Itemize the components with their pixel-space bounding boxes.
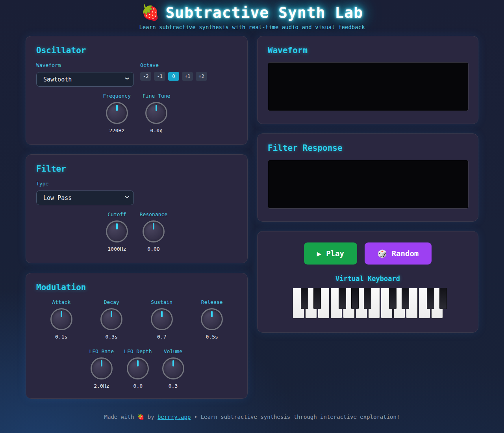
- play-button[interactable]: ▶ Play: [304, 242, 357, 265]
- black-key-Ds4[interactable]: [313, 288, 321, 309]
- waveform-panel-title: Waveform: [268, 46, 468, 55]
- decay-knob[interactable]: [100, 308, 122, 330]
- octave-button-minus2[interactable]: -2: [140, 72, 151, 81]
- knob-indicator: [111, 311, 112, 317]
- filter-title: Filter: [36, 164, 237, 174]
- cutoff-knob[interactable]: [106, 220, 128, 242]
- filter-knob-row: Cutoff 1000Hz Resonance 0.0Q: [36, 211, 237, 252]
- play-button-label: Play: [326, 249, 344, 258]
- frequency-value: 220Hz: [109, 128, 124, 133]
- frequency-knob[interactable]: [106, 102, 128, 124]
- knob-indicator: [137, 360, 139, 366]
- lfo-rate-label: LFO Rate: [89, 348, 114, 354]
- oscillator-title: Oscillator: [36, 46, 237, 55]
- app-header: 🍓Subtractive Synth Lab Learn subtractive…: [0, 0, 504, 30]
- filter-response-title: Filter Response: [268, 143, 468, 153]
- black-key-Gs4[interactable]: [351, 288, 359, 309]
- filter-response-panel: Filter Response: [257, 133, 478, 222]
- filter-spacer: [140, 181, 237, 205]
- strawberry-icon: 🍓: [137, 414, 144, 420]
- volume-value: 0.3: [169, 383, 178, 389]
- knob-indicator: [156, 105, 157, 111]
- knob-indicator: [61, 311, 62, 317]
- volume-label: Volume: [164, 348, 182, 354]
- action-button-row: ▶ Play 🎲 Random: [268, 242, 468, 265]
- right-column: Waveform Filter Response ▶ Play 🎲 Random…: [257, 36, 478, 333]
- octave-label: Octave: [140, 62, 237, 68]
- lfo-depth-knob[interactable]: [127, 357, 149, 379]
- cutoff-label: Cutoff: [107, 211, 126, 217]
- berrry-app-link[interactable]: berrry.app: [158, 414, 191, 420]
- fine-tune-value: 0.0¢: [150, 128, 163, 133]
- filter-type-group: Type Low Pass ❯: [36, 181, 134, 205]
- sustain-knob-unit: Sustain 0.7: [151, 299, 173, 340]
- page-title: 🍓Subtractive Synth Lab: [0, 4, 504, 21]
- resonance-knob-unit: Resonance 0.0Q: [140, 211, 167, 252]
- waveform-panel: Waveform: [257, 36, 478, 124]
- oscillator-controls-row: Waveform Sawtooth ❯ Octave -2 -1 0 +1: [36, 62, 237, 87]
- octave-button-minus1[interactable]: -1: [154, 72, 165, 81]
- volume-knob[interactable]: [162, 357, 184, 379]
- footer: Made with 🍓 by berrry.app • Learn subtra…: [0, 414, 504, 420]
- cutoff-value: 1000Hz: [107, 246, 126, 252]
- black-key-As4[interactable]: [364, 288, 371, 309]
- octave-group: Octave -2 -1 0 +1 +2: [140, 62, 237, 87]
- decay-label: Decay: [104, 299, 119, 305]
- frequency-knob-unit: Frequency 220Hz: [103, 93, 131, 133]
- footer-made-with: Made with: [104, 414, 134, 420]
- fine-tune-knob-unit: Fine Tune 0.0¢: [143, 93, 170, 133]
- knob-indicator: [153, 223, 154, 229]
- play-icon: ▶: [317, 249, 321, 258]
- sustain-value: 0.7: [157, 334, 166, 340]
- release-knob[interactable]: [201, 308, 223, 330]
- dice-icon: 🎲: [378, 249, 387, 258]
- black-key-Cs4[interactable]: [301, 288, 308, 309]
- knob-indicator: [161, 311, 163, 317]
- waveform-select[interactable]: Sawtooth: [36, 72, 134, 87]
- adsr-knob-row: Attack 0.1s Decay 0.3s Sustain 0.7 Relea…: [36, 299, 237, 340]
- fine-tune-label: Fine Tune: [143, 93, 170, 99]
- sustain-knob[interactable]: [151, 308, 173, 330]
- knob-indicator: [101, 360, 102, 366]
- attack-value: 0.1s: [55, 334, 67, 340]
- resonance-knob[interactable]: [143, 220, 165, 242]
- page-subtitle: Learn subtractive synthesis with real-ti…: [0, 24, 504, 30]
- controls-panel: ▶ Play 🎲 Random Virtual Keyboard: [257, 231, 478, 333]
- octave-button-zero[interactable]: 0: [168, 72, 179, 81]
- strawberry-icon: 🍓: [141, 4, 160, 21]
- black-key-Fs4[interactable]: [339, 288, 346, 309]
- black-key-Ds5[interactable]: [402, 288, 409, 309]
- black-key-Cs5[interactable]: [389, 288, 397, 309]
- oscillator-panel: Oscillator Waveform Sawtooth ❯ Octave -2: [26, 36, 248, 145]
- waveform-select-wrap: Sawtooth ❯: [36, 72, 134, 87]
- octave-button-plus2[interactable]: +2: [196, 72, 207, 81]
- lfo-depth-label: LFO Depth: [124, 348, 152, 354]
- attack-knob[interactable]: [50, 308, 72, 330]
- lfo-rate-knob-unit: LFO Rate 2.0Hz: [89, 348, 114, 389]
- knob-indicator: [211, 311, 213, 317]
- lfo-depth-knob-unit: LFO Depth 0.0: [124, 348, 152, 389]
- virtual-keyboard-title: Virtual Keyboard: [268, 275, 468, 283]
- filter-response-canvas: [268, 160, 469, 209]
- attack-knob-unit: Attack 0.1s: [50, 299, 72, 340]
- fine-tune-knob[interactable]: [145, 102, 167, 124]
- filter-type-select[interactable]: Low Pass: [36, 191, 134, 205]
- attack-label: Attack: [52, 299, 70, 305]
- filter-panel: Filter Type Low Pass ❯ Cutoff: [26, 154, 248, 263]
- release-label: Release: [201, 299, 223, 305]
- random-button[interactable]: 🎲 Random: [365, 242, 432, 265]
- black-key-Gs5[interactable]: [439, 288, 447, 309]
- frequency-label: Frequency: [103, 93, 131, 99]
- decay-knob-unit: Decay 0.3s: [100, 299, 122, 340]
- main-content: Oscillator Waveform Sawtooth ❯ Octave -2: [26, 36, 478, 399]
- waveform-select-group: Waveform Sawtooth ❯: [36, 62, 134, 87]
- lfo-rate-knob[interactable]: [91, 357, 113, 379]
- decay-value: 0.3s: [106, 334, 118, 340]
- waveform-label: Waveform: [36, 62, 134, 68]
- lfo-rate-value: 2.0Hz: [94, 383, 109, 389]
- black-key-Fs5[interactable]: [427, 288, 434, 309]
- volume-knob-unit: Volume 0.3: [162, 348, 184, 389]
- filter-type-label: Type: [36, 181, 134, 187]
- footer-by: by: [148, 414, 154, 420]
- octave-button-plus1[interactable]: +1: [182, 72, 193, 81]
